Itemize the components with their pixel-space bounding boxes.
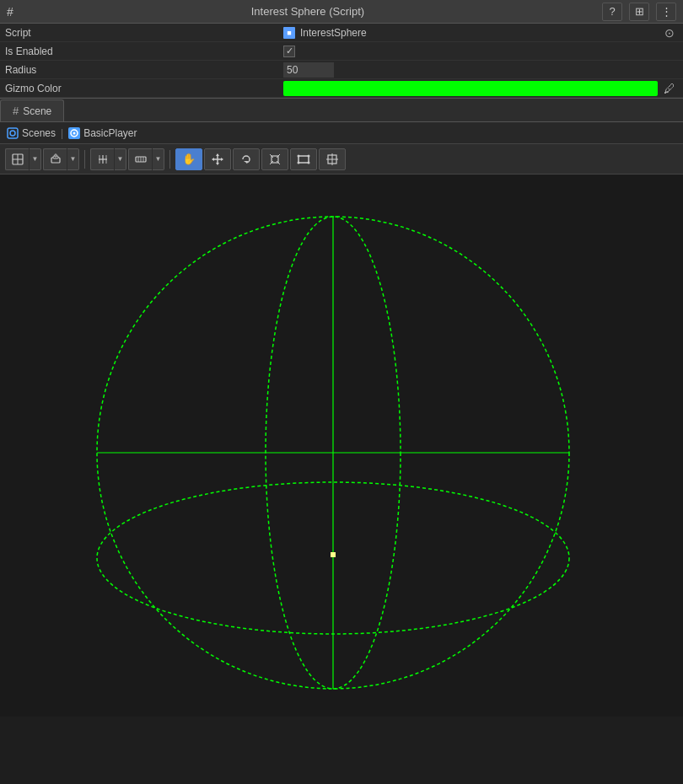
scene-tabs: # Scene (0, 99, 683, 122)
svg-rect-43 (331, 552, 336, 557)
toolbar-group-2: ▼ (43, 148, 79, 170)
radius-label: Radius (5, 64, 283, 76)
toolbar-group-1: ▼ (5, 148, 41, 170)
snap-dropdown[interactable]: ▼ (115, 148, 126, 170)
display-mode-button[interactable] (5, 148, 29, 170)
svg-marker-20 (216, 153, 219, 156)
object-icon (68, 127, 80, 139)
svg-point-3 (73, 132, 76, 134)
hand-tool-button[interactable]: ✋ (175, 148, 202, 170)
title-bar-actions: ? ⊞ ⋮ (602, 3, 676, 21)
svg-marker-22 (212, 158, 214, 161)
radius-input[interactable] (283, 62, 334, 78)
scene-toolbar: ▼ ▼ ▼ (0, 144, 683, 175)
script-value-container: ■ InterestSphere ⊙ (283, 24, 678, 41)
breadcrumb-object[interactable]: BasicPlayer (68, 127, 137, 139)
gizmo-color-bar[interactable] (283, 81, 658, 96)
display-mode-dropdown[interactable]: ▼ (30, 148, 41, 170)
help-button[interactable]: ? (602, 3, 622, 21)
layer-button[interactable] (43, 148, 67, 170)
toolbar-sep-1 (84, 150, 85, 169)
component-settings-button[interactable]: ⊙ (661, 24, 678, 41)
script-row: Script ■ InterestSphere ⊙ (0, 24, 683, 42)
script-icon: ■ (283, 27, 295, 39)
radius-value (283, 62, 678, 78)
scale-tool-button[interactable] (261, 148, 288, 170)
gizmo-dropdown[interactable]: ▼ (153, 148, 164, 170)
scenes-icon (7, 127, 19, 139)
is-enabled-checkbox[interactable]: ✓ (283, 46, 295, 57)
svg-marker-21 (216, 163, 219, 165)
radius-row: Radius (0, 61, 683, 79)
gizmo-color-label: Gizmo Color (5, 83, 283, 94)
svg-point-33 (298, 161, 300, 164)
scene-tab-hash: # (13, 105, 19, 117)
svg-point-1 (10, 131, 15, 136)
toolbar-sep-2 (169, 150, 170, 169)
script-value: ■ InterestSphere (283, 27, 367, 39)
gizmo-button[interactable] (128, 148, 152, 170)
scene-viewport[interactable] (0, 175, 683, 717)
svg-rect-30 (298, 156, 309, 163)
toolbar-group-4: ▼ (128, 148, 164, 170)
svg-point-32 (308, 154, 310, 157)
is-enabled-value: ✓ (283, 46, 678, 57)
scene-panel: # Scene Scenes | BasicPlayer (0, 99, 683, 175)
breadcrumb-scenes[interactable]: Scenes (7, 127, 56, 139)
layout-button[interactable]: ⊞ (629, 3, 649, 21)
sphere-svg (0, 175, 683, 717)
breadcrumb-bar: Scenes | BasicPlayer (0, 122, 683, 144)
scene-tab[interactable]: # Scene (0, 99, 64, 121)
toolbar-group-3: ▼ (90, 148, 126, 170)
svg-rect-9 (55, 154, 56, 157)
title-icon: # (7, 5, 13, 19)
is-enabled-label: Is Enabled (5, 46, 283, 57)
svg-point-31 (298, 154, 300, 157)
object-label: BasicPlayer (83, 127, 137, 139)
rect-tool-button[interactable] (290, 148, 317, 170)
layer-dropdown[interactable]: ▼ (67, 148, 79, 170)
menu-button[interactable]: ⋮ (656, 3, 676, 21)
inspector-panel: Script ■ InterestSphere ⊙ Is Enabled ✓ R… (0, 24, 683, 99)
is-enabled-row: Is Enabled ✓ (0, 42, 683, 61)
title-bar: # Interest Sphere (Script) ? ⊞ ⋮ (0, 0, 683, 24)
move-tool-button[interactable] (204, 148, 231, 170)
svg-point-34 (308, 161, 310, 164)
eyedropper-button[interactable]: 🖊 (661, 80, 678, 97)
script-label: Script (5, 27, 283, 39)
color-bar-row: 🖊 (283, 80, 678, 97)
scenes-label: Scenes (22, 127, 56, 139)
breadcrumb-separator: | (61, 127, 63, 139)
svg-rect-0 (8, 128, 18, 138)
svg-marker-23 (221, 158, 223, 161)
script-name: InterestSphere (300, 27, 367, 39)
transform-tool-button[interactable] (319, 148, 346, 170)
scene-tab-label: Scene (23, 105, 51, 117)
gizmo-color-row: Gizmo Color 🖊 (0, 79, 683, 98)
rotate-tool-button[interactable] (233, 148, 260, 170)
gizmo-color-value: 🖊 (283, 80, 678, 97)
snap-button[interactable] (90, 148, 114, 170)
window-title: Interest Sphere (Script) (20, 5, 595, 18)
